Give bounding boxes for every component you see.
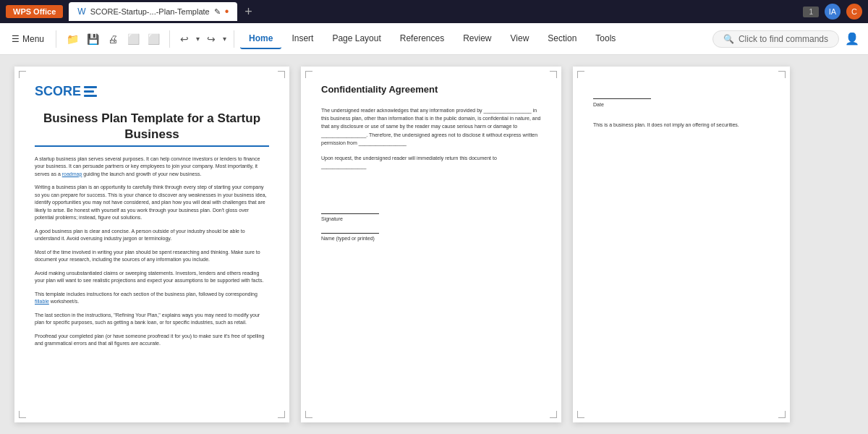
signature-label: Signature — [321, 216, 541, 221]
unsaved-dot: • — [225, 5, 229, 18]
corner-tr — [278, 71, 285, 78]
document-page-3: Date This is a business plan. It does no… — [573, 67, 790, 422]
score-line-3 — [84, 95, 97, 97]
redo-dropdown[interactable]: ▾ — [221, 32, 228, 46]
score-logo-lines — [84, 86, 97, 97]
title-bar-right: 1 IA C — [803, 4, 862, 20]
hamburger-icon: ☰ — [12, 34, 20, 44]
name-block: Name (typed or printed) — [321, 233, 541, 241]
page1-para5: Avoid making unsubstantiated claims or s… — [35, 270, 269, 285]
score-text: SCORE — [35, 84, 81, 99]
divider-2 — [169, 30, 170, 48]
corner-tl-p3 — [577, 71, 584, 78]
open-button[interactable]: 📁 — [62, 29, 82, 49]
menu-label: Menu — [22, 34, 44, 44]
user-avatar-c[interactable]: C — [846, 4, 862, 20]
corner-bl-p3 — [577, 411, 584, 418]
tab-references[interactable]: References — [391, 29, 453, 49]
ribbon-toolbar: ☰ Menu 📁 💾 🖨 ⬜ ⬜ ↩ ▾ ↪ ▾ Home Insert Pag… — [0, 23, 868, 55]
user-profile-button[interactable]: 👤 — [842, 29, 862, 49]
wps-office-button[interactable]: WPS Office — [6, 5, 63, 18]
fillable-link: fillable — [35, 299, 49, 304]
redo-button[interactable]: ↪ — [203, 30, 220, 48]
search-icon: 🔍 — [723, 34, 734, 44]
signature-line — [321, 213, 379, 214]
corner-bl-p2 — [305, 411, 312, 418]
score-line-1 — [84, 86, 97, 88]
edit-indicator: ✎ — [214, 7, 221, 17]
page1-para4: Most of the time involved in writing you… — [35, 249, 269, 264]
signature-block: Signature — [321, 213, 541, 221]
name-label: Name (typed or printed) — [321, 236, 541, 241]
tab-review[interactable]: Review — [454, 29, 500, 49]
document-page-1: SCORE Business Plan Template for a Start… — [14, 67, 289, 422]
date-line — [593, 98, 651, 99]
search-bar[interactable]: 🔍 Click to find commands — [712, 30, 839, 48]
corner-br-p2 — [550, 411, 557, 418]
corner-bl — [19, 411, 26, 418]
page3-content: Date This is a business plan. It does no… — [573, 67, 790, 422]
file-buttons: 📁 💾 🖨 ⬜ ⬜ — [62, 29, 163, 49]
user-avatar-ia[interactable]: IA — [825, 4, 841, 20]
page1-content: SCORE Business Plan Template for a Start… — [14, 67, 289, 422]
page1-para1: A startup business plan serves several p… — [35, 156, 269, 179]
name-line — [321, 233, 379, 234]
page2-content: Confidentiality Agreement The undersigne… — [301, 67, 561, 422]
corner-tr-p2 — [550, 71, 557, 78]
tab-view[interactable]: View — [502, 29, 538, 49]
divider-1 — [56, 30, 56, 48]
document-tab[interactable]: W SCORE-Startup-...-Plan-Template ✎ • — [69, 2, 237, 21]
page2-para2: Upon request, the undersigned reader wil… — [321, 154, 541, 170]
document-page-2: Confidentiality Agreement The undersigne… — [301, 67, 561, 422]
roadmap-link: roadmap — [62, 171, 82, 176]
date-label: Date — [593, 102, 770, 107]
doc-icon: W — [77, 7, 85, 17]
tab-home[interactable]: Home — [240, 29, 281, 49]
corner-tr-p3 — [778, 71, 786, 78]
ribbon-tabs: Home Insert Page Layout References Revie… — [240, 29, 710, 49]
corner-br — [278, 411, 285, 418]
tab-tools[interactable]: Tools — [587, 29, 624, 49]
window-number[interactable]: 1 — [803, 7, 819, 17]
tab-title: SCORE-Startup-...-Plan-Template — [90, 7, 210, 16]
page1-para8: Proofread your completed plan (or have s… — [35, 333, 269, 348]
menu-button[interactable]: ☰ Menu — [6, 31, 50, 47]
export-button[interactable]: ⬜ — [123, 29, 143, 49]
tab-insert[interactable]: Insert — [283, 29, 322, 49]
score-logo: SCORE — [35, 84, 269, 99]
tab-area: W SCORE-Startup-...-Plan-Template ✎ • + — [69, 2, 797, 21]
title-bar: WPS Office W SCORE-Startup-...-Plan-Temp… — [0, 0, 868, 23]
corner-br-p3 — [778, 411, 786, 418]
document-area: SCORE Business Plan Template for a Start… — [0, 55, 868, 434]
document-title: Business Plan Template for a Startup Bus… — [35, 111, 269, 142]
page1-para2: Writing a business plan is an opportunit… — [35, 184, 269, 222]
page1-para7: The last section in the instructions, "R… — [35, 312, 269, 327]
divider-3 — [234, 30, 234, 48]
tab-section[interactable]: Section — [539, 29, 585, 49]
title-underline — [35, 145, 269, 147]
undo-dropdown[interactable]: ▾ — [195, 32, 201, 46]
undo-redo-group: ↩ ▾ ↪ ▾ — [176, 30, 228, 48]
score-line-2 — [84, 90, 94, 93]
new-tab-button[interactable]: + — [240, 4, 257, 20]
disclaimer-text: This is a business plan. It does not imp… — [593, 122, 770, 129]
corner-tl-p2 — [305, 71, 312, 78]
undo-button[interactable]: ↩ — [176, 30, 193, 48]
page1-para6: This template includes instructions for … — [35, 291, 269, 306]
confidentiality-title: Confidentiality Agreement — [321, 84, 541, 95]
page2-para1: The undersigned reader acknowledges that… — [321, 106, 541, 147]
tab-page-layout[interactable]: Page Layout — [323, 29, 389, 49]
search-label: Click to find commands — [739, 34, 828, 44]
save-button[interactable]: 💾 — [82, 29, 103, 49]
page1-para3: A good business plan is clear and concis… — [35, 228, 269, 243]
extra-button[interactable]: ⬜ — [143, 29, 163, 49]
print-button[interactable]: 🖨 — [103, 29, 123, 49]
corner-tl — [19, 71, 26, 78]
